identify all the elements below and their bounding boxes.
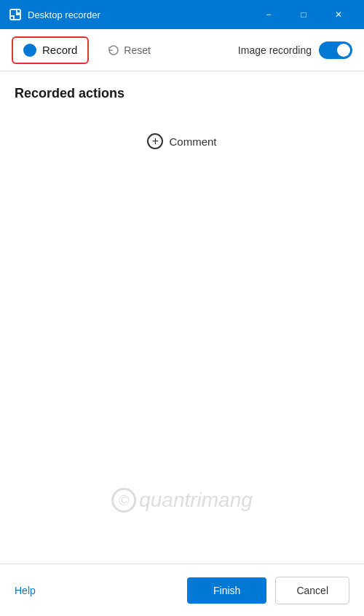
- watermark-text: quantrimang: [139, 489, 253, 512]
- image-recording-toggle[interactable]: [319, 42, 352, 59]
- reset-icon: [108, 44, 119, 56]
- reset-button[interactable]: Reset: [100, 40, 158, 60]
- comment-label: Comment: [169, 135, 216, 148]
- cancel-button[interactable]: Cancel: [275, 577, 349, 604]
- record-dot-icon: [23, 44, 36, 57]
- watermark: © quantrimang: [111, 488, 253, 513]
- maximize-button[interactable]: □: [287, 3, 320, 26]
- svg-rect-2: [17, 10, 20, 12]
- minimize-button[interactable]: −: [252, 3, 285, 26]
- record-button-highlight: Record: [12, 36, 89, 64]
- svg-rect-3: [11, 17, 13, 19]
- window-controls: − □ ✕: [252, 3, 355, 26]
- title-bar: Desktop recorder − □ ✕: [0, 0, 364, 29]
- add-comment-icon: +: [147, 133, 163, 149]
- finish-button[interactable]: Finish: [187, 577, 266, 604]
- toggle-thumb: [337, 44, 350, 57]
- watermark-icon: ©: [111, 488, 136, 513]
- toolbar: Record Reset Image recording: [0, 29, 364, 71]
- reset-label: Reset: [124, 44, 151, 56]
- app-icon: [9, 8, 22, 21]
- image-recording-label: Image recording: [238, 44, 312, 56]
- actions-area: + Comment © quantrimang: [15, 113, 349, 556]
- main-content: Recorded actions + Comment © quantrimang: [0, 71, 364, 564]
- help-link[interactable]: Help: [15, 585, 36, 596]
- toggle-track: [319, 42, 352, 59]
- footer: Help Finish Cancel: [0, 564, 364, 616]
- record-label: Record: [42, 44, 77, 56]
- section-title: Recorded actions: [15, 86, 349, 101]
- svg-rect-4: [15, 15, 20, 19]
- close-button[interactable]: ✕: [322, 3, 355, 26]
- svg-rect-1: [11, 10, 16, 15]
- record-button[interactable]: Record: [15, 39, 86, 61]
- add-comment-button[interactable]: + Comment: [135, 127, 228, 155]
- app-title: Desktop recorder: [28, 9, 252, 20]
